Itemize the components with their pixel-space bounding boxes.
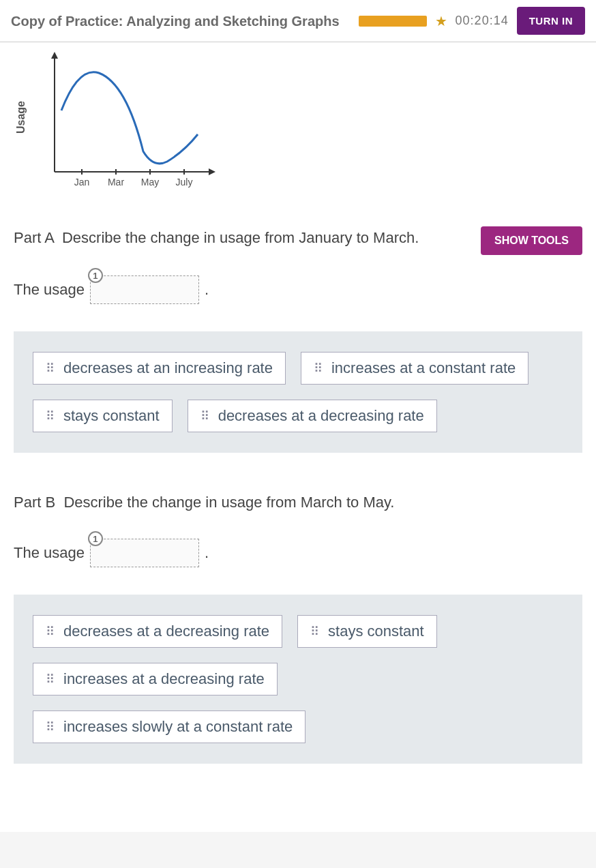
drag-handle-icon xyxy=(46,676,55,683)
part-a-prefix: The usage xyxy=(14,281,85,299)
content: Usage Jan Mar May July Part A Describe t… xyxy=(0,42,596,832)
option-label: decreases at an increasing rate xyxy=(63,359,273,377)
part-a-suffix: . xyxy=(205,281,209,299)
part-b-label: Part B xyxy=(14,494,55,511)
part-a-options: decreases at an increasing rate increase… xyxy=(14,331,582,453)
show-tools-button[interactable]: SHOW TOOLS xyxy=(481,226,582,255)
svg-marker-3 xyxy=(209,168,215,175)
part-a-drop-target[interactable]: 1 xyxy=(90,275,199,304)
part-b-sentence: The usage 1 . xyxy=(14,539,582,567)
drag-handle-icon xyxy=(314,365,323,372)
timer: 00:20:14 xyxy=(456,14,509,28)
option-label: stays constant xyxy=(328,623,424,640)
header: Copy of Practice: Analyzing and Sketchin… xyxy=(0,0,596,42)
part-b-suffix: . xyxy=(205,544,209,562)
part-a-prompt: Part A Describe the change in usage from… xyxy=(14,226,419,249)
part-b-options: decreases at a decreasing rate stays con… xyxy=(14,595,582,764)
part-b-prompt-text: Describe the change in usage from March … xyxy=(63,494,394,511)
star-icon: ★ xyxy=(435,13,447,29)
x-tick-july: July xyxy=(176,177,193,188)
part-b-drop-target[interactable]: 1 xyxy=(90,539,199,567)
x-tick-mar: Mar xyxy=(108,177,124,188)
option-chip[interactable]: increases at a constant rate xyxy=(301,352,528,385)
usage-curve xyxy=(61,72,198,164)
option-chip[interactable]: increases at a decreasing rate xyxy=(33,663,278,695)
option-label: stays constant xyxy=(63,407,160,425)
option-label: increases slowly at a constant rate xyxy=(63,718,293,736)
drop-badge: 1 xyxy=(88,531,103,546)
y-axis-label: Usage xyxy=(15,101,27,134)
turn-in-button[interactable]: TURN IN xyxy=(517,7,585,35)
drag-handle-icon xyxy=(46,628,55,635)
part-a-label: Part A xyxy=(14,229,54,246)
option-chip[interactable]: decreases at a decreasing rate xyxy=(188,400,437,432)
option-chip[interactable]: increases slowly at a constant rate xyxy=(33,710,306,743)
drag-handle-icon xyxy=(310,628,320,635)
graph-area: Usage Jan Mar May July xyxy=(14,42,582,213)
part-a-row: Part A Describe the change in usage from… xyxy=(14,226,582,255)
option-chip[interactable]: decreases at an increasing rate xyxy=(33,352,286,385)
part-b-prefix: The usage xyxy=(14,544,85,562)
drag-handle-icon xyxy=(46,723,55,731)
usage-graph: Jan Mar May July xyxy=(41,49,218,199)
drag-handle-icon xyxy=(46,413,55,420)
part-a-sentence: The usage 1 . xyxy=(14,275,582,304)
page-title: Copy of Practice: Analyzing and Sketchin… xyxy=(11,13,351,29)
option-chip[interactable]: stays constant xyxy=(297,615,437,648)
progress-bar xyxy=(359,16,427,27)
option-label: increases at a constant rate xyxy=(331,359,516,377)
part-b-prompt: Part B Describe the change in usage from… xyxy=(14,494,582,511)
option-label: decreases at a decreasing rate xyxy=(218,407,424,425)
option-chip[interactable]: decreases at a decreasing rate xyxy=(33,615,282,648)
option-chip[interactable]: stays constant xyxy=(33,400,173,432)
part-a-prompt-text: Describe the change in usage from Januar… xyxy=(62,229,419,246)
drop-badge: 1 xyxy=(88,268,103,283)
option-label: increases at a decreasing rate xyxy=(63,670,265,688)
svg-marker-2 xyxy=(51,52,58,59)
x-tick-may: May xyxy=(141,177,159,188)
drag-handle-icon xyxy=(200,413,210,420)
x-tick-jan: Jan xyxy=(74,177,90,188)
option-label: decreases at a decreasing rate xyxy=(63,623,269,640)
drag-handle-icon xyxy=(46,365,55,372)
